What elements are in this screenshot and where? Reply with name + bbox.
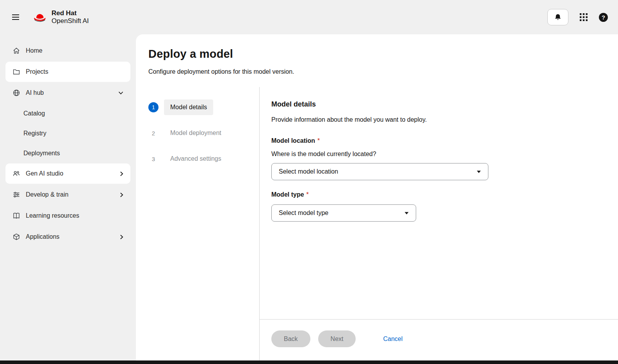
back-button[interactable]: Back (271, 330, 310, 347)
home-icon (12, 47, 20, 55)
panel-description: Provide information about the model you … (271, 116, 602, 123)
sidebar-item-gen-ai-studio[interactable]: Gen AI studio (5, 163, 130, 184)
step-number: 3 (148, 154, 159, 164)
step-label: Advanced settings (164, 151, 228, 167)
wizard-footer: Back Next Cancel (260, 319, 618, 360)
page-title: Deploy a model (148, 48, 602, 60)
wizard-body: Model details Provide information about … (259, 87, 618, 360)
field-label: Model location* (271, 137, 602, 144)
grid-icon (579, 13, 588, 21)
brand-text: Red Hat OpenShift AI (52, 9, 89, 25)
develop-train-icon (12, 191, 20, 199)
sidebar: Home Projects AI hub Catalog Registry (0, 34, 136, 360)
cancel-button[interactable]: Cancel (383, 336, 403, 343)
select-value: Select model type (279, 210, 404, 217)
sidebar-item-label: Gen AI studio (26, 170, 63, 177)
sidebar-item-develop-train[interactable]: Develop & train (5, 185, 130, 205)
sidebar-item-label: Home (26, 47, 43, 54)
wizard-step-model-deployment[interactable]: 2 Model deployment (148, 125, 250, 141)
wizard-step-advanced-settings[interactable]: 3 Advanced settings (148, 151, 250, 167)
chevron-right-icon (120, 192, 123, 197)
page-header: Deploy a model Configure deployment opti… (136, 34, 618, 87)
notifications-button[interactable] (547, 9, 568, 25)
help-icon: ? (599, 13, 608, 22)
sidebar-item-catalog[interactable]: Catalog (5, 104, 130, 123)
sidebar-item-deployments[interactable]: Deployments (5, 144, 130, 163)
caret-down-icon (404, 212, 409, 215)
model-location-field: Model location* Where is the model curre… (271, 137, 602, 180)
sidebar-item-label: AI hub (26, 89, 44, 96)
sidebar-item-label: Registry (23, 130, 46, 137)
page-subtitle: Configure deployment options for this mo… (148, 68, 602, 75)
app-launcher-button[interactable] (579, 13, 588, 21)
sidebar-item-ai-hub[interactable]: AI hub (5, 83, 130, 103)
nav-toggle-button[interactable] (8, 10, 23, 24)
masthead: Red Hat OpenShift AI ? (0, 0, 618, 34)
gen-ai-studio-icon (12, 170, 20, 178)
sidebar-item-applications[interactable]: Applications (5, 227, 130, 247)
step-label: Model details (164, 99, 213, 115)
field-label: Model type* (271, 191, 602, 198)
sidebar-item-learning-resources[interactable]: Learning resources (5, 206, 130, 226)
step-label: Model deployment (164, 125, 228, 141)
hamburger-icon (12, 14, 20, 20)
brand-line2: OpenShift AI (52, 17, 89, 25)
chevron-down-icon (118, 91, 123, 95)
sidebar-item-registry[interactable]: Registry (5, 124, 130, 143)
chevron-right-icon (120, 171, 123, 176)
wizard-step-model-details[interactable]: 1 Model details (148, 99, 250, 115)
step-number: 2 (148, 128, 159, 138)
help-button[interactable]: ? (599, 13, 608, 22)
sidebar-item-label: Catalog (23, 110, 45, 117)
bell-icon (554, 13, 562, 21)
chevron-right-icon (120, 234, 123, 240)
brand-line1: Red Hat (52, 9, 89, 17)
red-hat-logo-icon (32, 11, 48, 23)
model-location-select[interactable]: Select model location (271, 163, 488, 180)
bottom-strip (0, 360, 618, 364)
sidebar-item-projects[interactable]: Projects (5, 62, 130, 82)
panel-heading: Model details (271, 100, 602, 108)
deploy-model-wizard: 1 Model details 2 Model deployment 3 Adv… (136, 87, 618, 360)
required-indicator: * (317, 137, 320, 144)
model-type-field: Model type* Select model type (271, 191, 602, 222)
brand[interactable]: Red Hat OpenShift AI (32, 9, 89, 25)
folder-icon (12, 68, 20, 76)
sidebar-item-label: Develop & train (26, 191, 68, 198)
applications-icon (12, 233, 20, 241)
field-label-text: Model type (271, 191, 304, 198)
caret-down-icon (477, 170, 481, 173)
sidebar-item-label: Learning resources (26, 212, 79, 219)
sidebar-item-label: Deployments (23, 150, 60, 157)
sidebar-item-home[interactable]: Home (5, 41, 130, 61)
main-content: Deploy a model Configure deployment opti… (136, 34, 618, 360)
model-details-panel: Model details Provide information about … (260, 87, 618, 319)
field-label-text: Model location (271, 137, 315, 144)
step-number: 1 (148, 102, 159, 112)
model-type-select[interactable]: Select model type (271, 204, 416, 222)
field-help-text: Where is the model currently located? (271, 151, 602, 158)
book-icon (12, 212, 20, 220)
next-button[interactable]: Next (318, 330, 356, 347)
wizard-nav: 1 Model details 2 Model deployment 3 Adv… (136, 87, 259, 360)
select-value: Select model location (279, 168, 477, 175)
sidebar-item-label: Applications (26, 233, 59, 240)
sidebar-item-label: Projects (26, 68, 48, 75)
ai-hub-icon (12, 89, 20, 97)
required-indicator: * (306, 191, 309, 198)
